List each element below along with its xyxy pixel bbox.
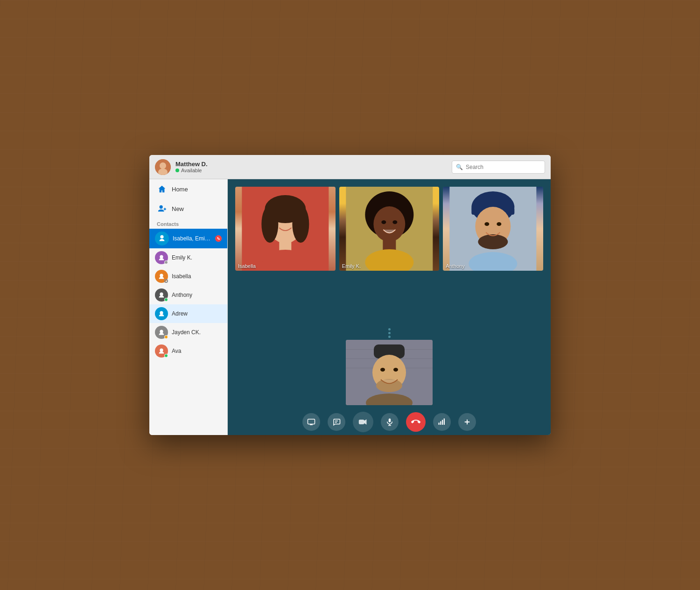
search-input[interactable]	[466, 164, 541, 170]
search-icon: 🔍	[456, 164, 463, 170]
anthony-name: Anthony	[172, 292, 222, 298]
svg-point-1	[160, 162, 166, 169]
svg-rect-48	[439, 423, 440, 425]
video-cell-fourth	[346, 340, 433, 405]
camera-button[interactable]	[353, 412, 373, 432]
user-name: Matthew D.	[175, 161, 447, 168]
isabella-name: Isabella	[172, 273, 222, 280]
user-status: Available	[175, 168, 447, 173]
svg-point-31	[485, 222, 490, 226]
svg-point-3	[160, 255, 163, 259]
end-call-button[interactable]	[406, 412, 426, 432]
jayden-avatar-wrap	[155, 326, 168, 339]
microphone-button[interactable]	[381, 413, 399, 431]
ava-avatar-wrap	[155, 344, 168, 358]
svg-point-24	[392, 220, 397, 224]
nav-item-new[interactable]: New	[149, 199, 227, 218]
ava-status-dot	[164, 354, 168, 358]
dot-3	[388, 336, 391, 338]
avatar	[155, 159, 171, 175]
svg-point-42	[393, 368, 398, 372]
status-dot	[175, 169, 179, 172]
svg-point-32	[497, 222, 502, 226]
call-controls	[228, 409, 551, 435]
video-cell-isabella: Isabella	[235, 187, 336, 271]
chat-button[interactable]	[328, 413, 345, 431]
adrew-name: Adrew	[172, 310, 222, 317]
video-name-emily: Emily K.	[342, 263, 361, 269]
svg-point-5	[160, 293, 163, 296]
user-info: Matthew D. Available	[175, 161, 447, 173]
nav-item-home[interactable]: Home	[149, 179, 227, 199]
title-bar: Matthew D. Available 🔍	[149, 155, 551, 179]
svg-point-12	[261, 205, 278, 243]
video-grid: Isabella	[228, 179, 551, 326]
adrew-avatar-wrap	[155, 307, 168, 320]
home-icon	[157, 184, 167, 194]
contact-item-anthony[interactable]: Anthony	[149, 286, 227, 304]
video-cell-anthony: Anthony	[443, 187, 543, 271]
svg-rect-43	[308, 419, 315, 424]
video-feed-anthony	[443, 187, 543, 271]
main-content: Home New Contacts	[149, 179, 551, 435]
svg-point-17	[288, 218, 293, 222]
video-feed-isabella	[235, 187, 336, 271]
active-call-avatar-wrap	[155, 232, 169, 246]
svg-rect-51	[444, 419, 445, 425]
adrew-avatar	[155, 307, 168, 320]
video-bottom-row	[228, 340, 551, 409]
active-call-avatar	[155, 232, 169, 246]
contact-item-jayden[interactable]: Jayden CK.	[149, 323, 227, 342]
call-icon-active	[215, 235, 222, 242]
emily-k-avatar-wrap	[155, 251, 168, 264]
video-feed-fourth	[346, 340, 433, 405]
svg-point-6	[160, 311, 163, 315]
contact-item-ava[interactable]: Ava	[149, 342, 227, 360]
svg-point-23	[381, 220, 386, 224]
screen-share-button[interactable]	[302, 413, 320, 431]
jayden-name: Jayden CK.	[172, 329, 222, 336]
contacts-label: Contacts	[149, 218, 227, 229]
active-call-item[interactable]: Isabella, Emily K, Anthony	[149, 229, 227, 248]
svg-point-7	[160, 330, 163, 333]
svg-point-41	[380, 368, 385, 372]
svg-rect-50	[442, 420, 443, 425]
isabella-avatar-wrap	[155, 270, 168, 283]
person-add-icon	[157, 204, 167, 214]
video-feed-emily	[339, 187, 440, 271]
center-dots	[228, 326, 551, 340]
ava-name: Ava	[172, 348, 222, 354]
svg-point-20	[373, 206, 405, 242]
app-window: Matthew D. Available 🔍 Home	[149, 155, 551, 435]
isabella-status-dot	[164, 279, 168, 283]
video-name-anthony: Anthony	[446, 263, 464, 269]
emily-k-name: Emily K.	[172, 254, 222, 261]
search-bar[interactable]: 🔍	[452, 161, 545, 174]
svg-point-4	[160, 274, 163, 277]
dot-2	[388, 332, 391, 334]
contact-item-adrew[interactable]: Adrew	[149, 304, 227, 323]
active-call-name: Isabella, Emily K, Anthony	[173, 235, 211, 242]
contact-item-isabella[interactable]: Isabella	[149, 267, 227, 286]
jayden-status-dot	[164, 335, 168, 339]
volume-button[interactable]	[433, 413, 451, 431]
svg-rect-44	[359, 420, 364, 424]
anthony-avatar-wrap	[155, 288, 168, 302]
dot-1	[388, 328, 391, 330]
svg-point-16	[278, 218, 282, 222]
svg-point-13	[292, 205, 309, 243]
video-cell-emily: Emily K.	[339, 187, 440, 271]
sidebar: Home New Contacts	[149, 179, 228, 435]
svg-point-29	[478, 234, 508, 249]
emily-k-status-dot	[164, 260, 168, 264]
nav-new-label: New	[172, 205, 184, 212]
video-name-isabella: Isabella	[238, 263, 256, 269]
svg-point-8	[160, 349, 163, 352]
svg-rect-45	[389, 419, 391, 422]
video-area: Isabella	[228, 179, 551, 435]
anthony-status-dot	[164, 298, 168, 302]
contact-item-emily-k[interactable]: Emily K.	[149, 248, 227, 267]
svg-rect-49	[440, 421, 441, 425]
nav-home-label: Home	[172, 186, 188, 193]
more-options-button[interactable]	[458, 413, 476, 431]
